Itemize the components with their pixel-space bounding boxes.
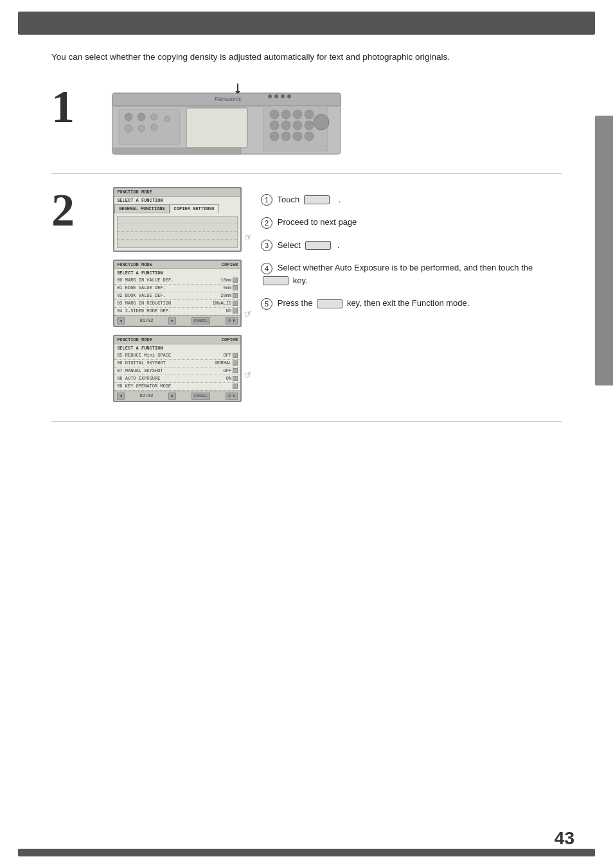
svg-point-32 xyxy=(287,94,291,98)
svg-point-16 xyxy=(281,110,290,119)
instruction-2: 2 Proceed to next page xyxy=(261,216,562,229)
instruction-3-text: Select . xyxy=(278,240,340,250)
svg-rect-28 xyxy=(112,148,241,154)
lcd-title-3: FUNCTION MODE xyxy=(117,337,152,342)
lcd-prev-btn-3[interactable]: ◄ xyxy=(117,393,125,400)
lcd-header-1: FUNCTION MODE xyxy=(114,188,240,197)
step-2-content: FUNCTION MODE SELECT A FUNCTION GENERAL … xyxy=(113,187,562,402)
lcd-ok-btn-2[interactable]: O K xyxy=(226,317,238,324)
lcd-row-06: 06 DIGITAL SKYSHOT NORMAL xyxy=(114,360,240,368)
svg-point-11 xyxy=(151,114,157,120)
svg-rect-5 xyxy=(186,108,247,148)
instruction-5-text: Press the key, then exit the Function mo… xyxy=(278,298,470,308)
key-ok xyxy=(263,276,289,285)
finger-cursor-2: ☞ xyxy=(243,305,254,321)
bottom-bar xyxy=(18,849,595,856)
svg-point-10 xyxy=(138,125,145,132)
step-2-section: 2 FUNCTION MODE SELECT A FUNCTION GENERA… xyxy=(51,187,562,402)
step-2-number: 2 xyxy=(51,187,103,233)
svg-point-29 xyxy=(268,94,272,98)
instruction-2-num: 2 xyxy=(261,217,272,229)
svg-point-12 xyxy=(151,124,157,130)
lcd-row-02: 02 BOOK VALUE DEF. 20mm xyxy=(114,292,240,300)
lcd-rows-3: 05 REDUCE Mini SPACE OFF 06 DIGITAL SKYS… xyxy=(114,352,240,391)
svg-point-8 xyxy=(138,113,145,121)
lcd-row-08: 08 AUTO EXPOSURE ON xyxy=(114,375,240,383)
instructions-column: 1 Touch . 2 Proceed to next page 3 Selec… xyxy=(261,187,562,320)
lcd-row-05: 05 REDUCE Mini SPACE OFF xyxy=(114,352,240,360)
lcd-header-3: FUNCTION MODE COPIER xyxy=(114,336,240,344)
svg-point-7 xyxy=(125,113,132,121)
instruction-1: 1 Touch . xyxy=(261,193,562,206)
svg-text:Panasonic: Panasonic xyxy=(215,96,242,102)
lcd-row-09: 09 KEY OPERATOR MODE xyxy=(114,383,240,391)
lcd-mode-3: COPIER xyxy=(217,337,238,342)
intro-text: You can select whether the copying densi… xyxy=(51,50,562,64)
svg-point-22 xyxy=(305,121,314,130)
step-2-number-container: 2 xyxy=(51,187,107,233)
lcd-tab-copier[interactable]: COPIER SETTINGS xyxy=(170,204,219,213)
lcd-next-btn-2[interactable]: ► xyxy=(168,317,176,324)
svg-point-13 xyxy=(164,116,170,121)
key-copier-settings xyxy=(304,195,330,204)
step-divider-2 xyxy=(51,421,562,422)
page-number: 43 xyxy=(555,828,574,849)
lcd-ok-btn-3[interactable]: O K xyxy=(226,393,238,400)
instruction-4-num: 4 xyxy=(261,263,272,274)
svg-point-26 xyxy=(305,132,314,141)
instruction-4: 4 Select whether Auto Exposure is to be … xyxy=(261,261,562,287)
svg-point-21 xyxy=(293,121,302,130)
svg-point-20 xyxy=(281,121,290,130)
lcd-mode-2: COPIER xyxy=(217,262,238,267)
lcd-cancel-btn-2[interactable]: CANCEL xyxy=(191,317,211,324)
svg-point-23 xyxy=(270,132,279,141)
lcd-header-2: FUNCTION MODE COPIER xyxy=(114,261,240,269)
lcd-content-area-1 xyxy=(117,216,238,248)
lcd-subtitle-1: SELECT A FUNCTION xyxy=(114,197,240,204)
lcd-row-03: 03 MARG IN REDUCTION INVALID xyxy=(114,300,240,308)
step-divider-1 xyxy=(51,173,562,174)
svg-point-24 xyxy=(281,132,290,141)
instruction-1-text: Touch . xyxy=(278,195,341,204)
key-function xyxy=(317,299,342,308)
lcd-screen-2: FUNCTION MODE COPIER SELECT A FUNCTION 0… xyxy=(113,260,242,327)
top-bar xyxy=(18,12,595,35)
lcd-subtitle-3: SELECT A FUNCTION xyxy=(114,344,240,352)
key-select xyxy=(305,241,331,250)
lcd-footer-3: ◄ 02/02 ► CANCEL O K xyxy=(114,391,240,401)
step-1-content: Panasonic xyxy=(109,84,562,161)
svg-point-25 xyxy=(293,132,302,141)
finger-cursor-1: ☞ xyxy=(243,229,254,244)
lcd-page-2: 01/02 xyxy=(140,318,154,323)
svg-point-27 xyxy=(314,114,329,130)
svg-point-18 xyxy=(305,110,314,119)
lcd-page-3: 02/02 xyxy=(140,393,154,398)
lcd-row-01: 01 EDGE VALUE DEF. 5mm xyxy=(114,285,240,292)
lcd-prev-btn-2[interactable]: ◄ xyxy=(117,317,125,324)
svg-point-30 xyxy=(274,94,278,98)
svg-point-19 xyxy=(270,121,279,130)
svg-point-31 xyxy=(281,94,285,98)
lcd-next-btn-3[interactable]: ► xyxy=(168,393,176,400)
instruction-3: 3 Select . xyxy=(261,239,562,252)
lcd-row-07: 07 MANUAL SKYSHOT OFF xyxy=(114,368,240,375)
instruction-1-num: 1 xyxy=(261,194,272,206)
svg-point-15 xyxy=(270,110,279,119)
lcd-rows-2: 00 MARG IN VALUE DEF. 10mm 01 EDGE VALUE… xyxy=(114,277,240,315)
lcd-tab-general[interactable]: GENERAL FUNCTIONS xyxy=(114,204,169,213)
lcd-footer-2: ◄ 01/02 ► CANCEL O K xyxy=(114,315,240,326)
instruction-3-num: 3 xyxy=(261,240,272,251)
lcd-row-00: 00 MARG IN VALUE DEF. 10mm xyxy=(114,277,240,285)
svg-point-9 xyxy=(125,125,132,132)
copier-image: Panasonic xyxy=(109,84,347,161)
instruction-4-text: Select whether Auto Exposure is to be pe… xyxy=(261,263,533,285)
step-1-section: 1 Panasonic xyxy=(51,84,562,161)
lcd-screen-1: FUNCTION MODE SELECT A FUNCTION GENERAL … xyxy=(113,187,242,252)
lcd-title-2: FUNCTION MODE xyxy=(117,262,152,267)
lcd-cancel-btn-3[interactable]: CANCEL xyxy=(191,393,211,400)
lcd-tabs-1: GENERAL FUNCTIONS COPIER SETTINGS xyxy=(114,204,240,213)
step-1-number: 1 xyxy=(51,84,103,130)
instruction-2-text: Proceed to next page xyxy=(278,217,357,227)
svg-point-17 xyxy=(293,110,302,119)
instruction-5: 5 Press the key, then exit the Function … xyxy=(261,297,562,310)
